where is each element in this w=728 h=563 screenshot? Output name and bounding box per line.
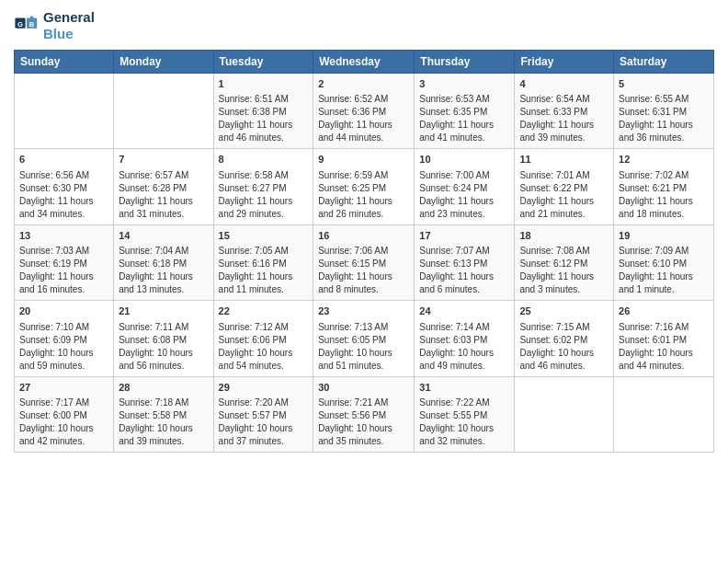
day-info: Sunset: 6:02 PM [519,334,609,347]
calendar-cell: 19Sunrise: 7:09 AMSunset: 6:10 PMDayligh… [614,224,714,300]
calendar-cell [614,376,714,452]
day-number: 23 [318,304,409,318]
calendar-cell [515,376,614,452]
header-friday: Friday [515,51,614,74]
day-info: Sunrise: 7:14 AM [419,321,509,334]
calendar-cell: 17Sunrise: 7:07 AMSunset: 6:13 PMDayligh… [415,224,515,300]
calendar-cell: 13Sunrise: 7:03 AMSunset: 6:19 PMDayligh… [15,224,114,300]
day-info: Daylight: 11 hours and 21 minutes. [519,195,609,221]
day-info: Daylight: 10 hours and 51 minutes. [318,347,409,373]
day-info: Daylight: 10 hours and 49 minutes. [419,347,509,373]
calendar-cell: 26Sunrise: 7:16 AMSunset: 6:01 PMDayligh… [614,301,714,376]
day-info: Sunrise: 6:53 AM [419,93,509,106]
day-info: Sunrise: 7:09 AM [619,245,709,258]
calendar-cell: 25Sunrise: 7:15 AMSunset: 6:02 PMDayligh… [515,301,614,376]
day-number: 3 [419,77,509,91]
week-row-2: 13Sunrise: 7:03 AMSunset: 6:19 PMDayligh… [15,224,714,300]
calendar-cell: 27Sunrise: 7:17 AMSunset: 6:00 PMDayligh… [15,376,114,452]
day-info: Daylight: 10 hours and 54 minutes. [219,347,309,373]
calendar-cell: 29Sunrise: 7:20 AMSunset: 5:57 PMDayligh… [213,376,313,452]
calendar-cell: 8Sunrise: 6:58 AMSunset: 6:27 PMDaylight… [213,149,313,224]
day-info: Daylight: 10 hours and 44 minutes. [619,347,709,373]
day-number: 10 [419,153,509,167]
day-info: Sunrise: 7:15 AM [519,321,609,334]
day-info: Sunset: 6:19 PM [19,258,108,270]
day-info: Sunrise: 7:04 AM [119,245,208,258]
day-info: Sunrise: 6:57 AM [119,169,208,182]
calendar-cell: 6Sunrise: 6:56 AMSunset: 6:30 PMDaylight… [15,149,114,224]
day-info: Sunset: 5:58 PM [119,409,208,422]
day-number: 15 [219,229,309,243]
calendar-cell: 5Sunrise: 6:55 AMSunset: 6:31 PMDaylight… [614,74,714,149]
day-number: 13 [19,229,108,243]
day-number: 28 [119,381,208,395]
day-info: Daylight: 10 hours and 46 minutes. [519,347,609,373]
day-info: Sunrise: 6:54 AM [519,93,609,106]
day-info: Sunrise: 6:56 AM [19,169,108,182]
logo-icon: G B [14,13,40,39]
day-info: Sunset: 6:27 PM [219,182,309,195]
calendar-cell: 14Sunrise: 7:04 AMSunset: 6:18 PMDayligh… [114,224,213,300]
calendar-cell: 9Sunrise: 6:59 AMSunset: 6:25 PMDaylight… [313,149,415,224]
day-info: Sunset: 6:09 PM [19,334,108,347]
day-info: Sunrise: 7:00 AM [419,169,509,182]
day-info: Daylight: 11 hours and 39 minutes. [519,119,609,144]
day-info: Sunset: 6:30 PM [19,182,108,195]
day-info: Sunrise: 7:11 AM [119,321,208,334]
day-info: Daylight: 10 hours and 39 minutes. [119,422,208,448]
day-number: 22 [219,304,309,318]
day-number: 14 [119,229,208,243]
calendar-cell: 15Sunrise: 7:05 AMSunset: 6:16 PMDayligh… [213,224,313,300]
svg-text:G: G [17,20,23,29]
day-info: Daylight: 11 hours and 31 minutes. [119,195,208,221]
day-info: Daylight: 11 hours and 36 minutes. [619,119,709,144]
header-monday: Monday [114,51,213,74]
day-info: Sunset: 6:08 PM [119,334,208,347]
day-info: Sunrise: 6:52 AM [318,93,409,106]
day-info: Sunset: 6:35 PM [419,106,509,119]
calendar-cell: 10Sunrise: 7:00 AMSunset: 6:24 PMDayligh… [415,149,515,224]
day-number: 7 [119,153,208,167]
calendar-cell: 12Sunrise: 7:02 AMSunset: 6:21 PMDayligh… [614,149,714,224]
day-info: Daylight: 11 hours and 1 minute. [619,270,709,296]
header-sunday: Sunday [15,51,114,74]
week-row-1: 6Sunrise: 6:56 AMSunset: 6:30 PMDaylight… [15,149,714,224]
day-number: 29 [219,381,309,395]
logo-text: General Blue [43,9,95,42]
calendar-cell: 4Sunrise: 6:54 AMSunset: 6:33 PMDaylight… [515,74,614,149]
calendar-cell [114,74,213,149]
day-number: 20 [19,304,108,318]
calendar-cell: 3Sunrise: 6:53 AMSunset: 6:35 PMDaylight… [415,74,515,149]
day-number: 18 [519,229,609,243]
day-info: Daylight: 10 hours and 37 minutes. [219,422,309,448]
day-number: 19 [619,229,709,243]
day-number: 25 [519,304,609,318]
calendar-cell: 22Sunrise: 7:12 AMSunset: 6:06 PMDayligh… [213,301,313,376]
day-info: Sunrise: 6:58 AM [219,169,309,182]
logo: G B General Blue [14,9,95,42]
calendar-cell: 20Sunrise: 7:10 AMSunset: 6:09 PMDayligh… [15,301,114,376]
day-info: Sunset: 6:24 PM [419,182,509,195]
day-info: Daylight: 11 hours and 26 minutes. [318,195,409,221]
day-info: Daylight: 10 hours and 59 minutes. [19,347,108,373]
svg-text:B: B [29,20,35,29]
day-info: Sunrise: 7:02 AM [619,169,709,182]
day-info: Sunrise: 7:03 AM [19,245,108,258]
day-number: 24 [419,304,509,318]
day-info: Sunset: 6:18 PM [119,258,208,270]
day-info: Sunset: 5:56 PM [318,409,409,422]
day-number: 12 [619,153,709,167]
day-info: Sunset: 6:03 PM [419,334,509,347]
header: G B General Blue [14,9,714,42]
day-info: Daylight: 11 hours and 18 minutes. [619,195,709,221]
day-info: Sunrise: 7:08 AM [519,245,609,258]
day-info: Daylight: 11 hours and 3 minutes. [519,270,609,296]
day-number: 1 [219,77,309,91]
day-info: Daylight: 10 hours and 32 minutes. [419,422,509,448]
day-number: 27 [19,381,108,395]
day-number: 8 [219,153,309,167]
day-info: Sunrise: 6:51 AM [219,93,309,106]
day-info: Sunrise: 7:22 AM [419,396,509,409]
day-number: 21 [119,304,208,318]
day-info: Sunrise: 7:07 AM [419,245,509,258]
